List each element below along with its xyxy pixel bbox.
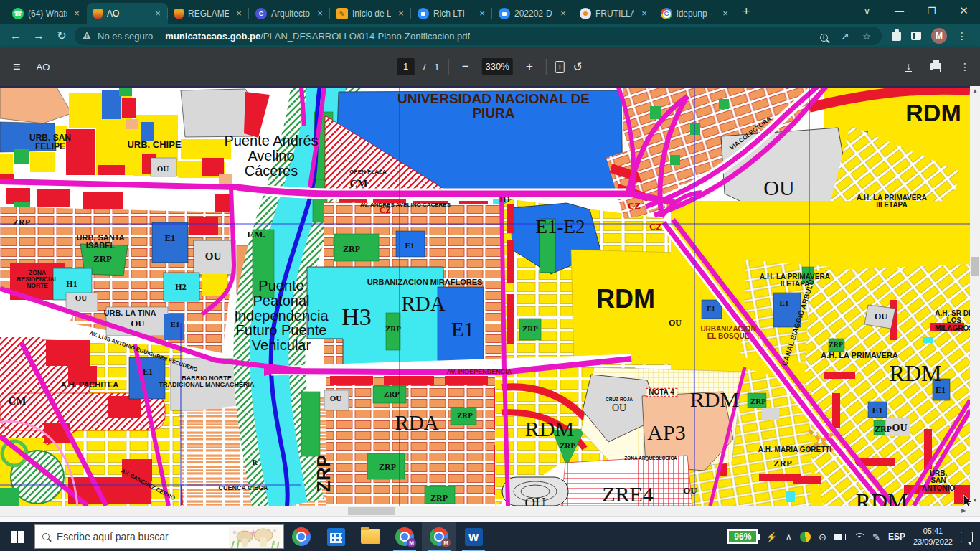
tab-close-icon[interactable]: ×	[639, 8, 650, 19]
taskbar-search-input[interactable]: Escribe aquí para buscar	[34, 524, 284, 549]
search-highlight-art	[229, 527, 281, 548]
zoom-out-button[interactable]: −	[458, 60, 473, 74]
taskbar-file-explorer[interactable]	[353, 522, 387, 551]
map-label: E1-E2	[536, 217, 585, 237]
page-number-input[interactable]: 1	[397, 58, 415, 75]
map-label: Puente Peatonal Independencia Futuro Pue…	[234, 278, 328, 353]
tray-expand-chevron-icon[interactable]: ∧	[786, 532, 793, 542]
map-label: E1	[872, 405, 882, 415]
print-icon[interactable]	[930, 63, 941, 70]
map-label: AP3	[647, 421, 685, 443]
map-label: ZRP	[773, 458, 792, 468]
tab-whatsapp[interactable]: ☎ (64) Whats ×	[6, 3, 87, 24]
share-icon[interactable]: ↗	[837, 31, 853, 42]
vertical-scrollbar-thumb[interactable]	[971, 257, 979, 276]
scroll-right-arrow-icon[interactable]: ▶	[958, 506, 969, 516]
capture-icon[interactable]: ⊙	[819, 532, 826, 542]
tab-search-icon[interactable]: ∨	[851, 6, 883, 17]
profile-avatar[interactable]: M	[931, 28, 947, 44]
tab-arquitecto[interactable]: C Arquitecto ×	[249, 3, 330, 24]
zoom-icon[interactable]: +	[816, 31, 831, 42]
taskbar-chrome-2[interactable]: M	[387, 522, 422, 551]
tab-close-icon[interactable]: ×	[152, 8, 164, 19]
vertical-scrollbar[interactable]: ▲ ▼	[970, 86, 980, 506]
map-label: ZRP	[13, 218, 30, 227]
map-label: CZ	[649, 222, 662, 232]
bookmark-star-icon[interactable]: ☆	[859, 31, 875, 42]
maximize-button[interactable]: ❐	[915, 6, 948, 17]
map-label: H1	[499, 195, 510, 204]
horizontal-scrollbar[interactable]: ▶	[0, 506, 980, 516]
map-label: OU	[75, 294, 88, 302]
pdf-more-icon[interactable]: ⋮	[960, 61, 970, 72]
tab-inicio[interactable]: ✎ Inicio de L ×	[330, 3, 411, 24]
side-panel-icon[interactable]	[911, 32, 921, 40]
clock[interactable]: 05:4123/09/2022	[913, 526, 953, 547]
minimize-button[interactable]: —	[883, 6, 915, 17]
download-icon[interactable]: ↓	[905, 61, 912, 72]
battery-percent-badge[interactable]: 96%	[727, 529, 758, 544]
battery-icon[interactable]	[834, 534, 846, 540]
antivirus-icon[interactable]	[800, 532, 811, 542]
reload-button[interactable]: ↻	[52, 26, 72, 46]
tab-close-icon[interactable]: ×	[233, 8, 245, 19]
new-tab-button[interactable]: +	[743, 4, 750, 19]
start-button[interactable]	[0, 522, 34, 551]
pdf-title: AO	[37, 62, 50, 72]
taskbar-word[interactable]: W	[456, 522, 491, 551]
close-button[interactable]: ✕	[948, 4, 980, 17]
plant-icon	[580, 8, 591, 19]
tab-close-icon[interactable]: ×	[71, 8, 83, 19]
tab-label: FRUTILLAR	[595, 9, 634, 19]
map-label: E1	[451, 319, 474, 340]
map-label: ZRP	[314, 455, 334, 492]
wifi-icon[interactable]	[854, 533, 864, 541]
notification-center-icon[interactable]	[961, 532, 973, 542]
map-label: E1	[405, 242, 415, 250]
chrome-icon: M	[430, 527, 448, 546]
horizontal-scrollbar-thumb[interactable]	[348, 507, 395, 515]
crest-icon	[174, 9, 184, 19]
scroll-up-arrow-icon[interactable]: ▲	[970, 86, 980, 96]
tab-close-icon[interactable]: ×	[476, 8, 488, 19]
taskbar-calendar[interactable]	[319, 522, 353, 551]
forward-button[interactable]: →	[29, 26, 49, 46]
language-indicator[interactable]: ESP	[888, 532, 905, 542]
map-label: RDM	[856, 490, 908, 506]
tab-202202[interactable]: 202202-D ×	[492, 3, 573, 24]
rotate-icon[interactable]: ↺	[572, 59, 584, 74]
map-label: AV. ANDRES AVELINO CACERES	[360, 202, 451, 208]
url-domain: municatacaos.gob.pe	[165, 31, 260, 42]
taskbar-chrome-active[interactable]: M	[422, 522, 456, 551]
tab-close-icon[interactable]: ×	[395, 8, 407, 19]
pdf-map-viewport[interactable]: UNIVERSIDAD NACIONAL DE PIURAPuente Andr…	[0, 86, 980, 506]
power-plug-icon[interactable]: ⚡	[765, 532, 777, 542]
search-icon	[42, 533, 50, 540]
zoom-in-button[interactable]: +	[522, 60, 537, 74]
whatsapp-icon: ☎	[12, 8, 24, 19]
back-button[interactable]: ←	[6, 26, 26, 46]
pdf-menu-icon[interactable]: ≡	[13, 60, 21, 75]
tab-close-icon[interactable]: ×	[720, 8, 731, 19]
map-label: A.H. SR DE LOS MILAGROS	[935, 310, 970, 332]
tab-frutillar[interactable]: FRUTILLAR ×	[573, 3, 654, 24]
fit-page-icon[interactable]: ↕	[555, 61, 565, 73]
not-secure-icon[interactable]	[82, 32, 92, 40]
map-label: Puente Andrés Avelino Cáceres	[224, 133, 318, 178]
taskbar-chrome-1[interactable]	[284, 522, 319, 551]
map-label: OU	[205, 251, 222, 263]
extensions-icon[interactable]	[892, 32, 901, 41]
zoom-level[interactable]: 330%	[482, 58, 513, 75]
tab-reglamento[interactable]: REGLAMEN ×	[168, 3, 249, 24]
map-label: OU	[683, 486, 697, 496]
tab-rich-lti[interactable]: Rich LTI ×	[411, 3, 492, 24]
browser-menu-icon[interactable]: ⋮	[957, 30, 967, 42]
address-bar[interactable]: No es seguro municatacaos.gob.pe/PLAN_DE…	[75, 27, 882, 45]
pen-icon[interactable]: ✎	[872, 532, 880, 542]
tab-idepunp[interactable]: idepunp - ×	[654, 3, 735, 24]
tab-close-icon[interactable]: ×	[557, 8, 569, 19]
tab-close-icon[interactable]: ×	[314, 8, 326, 19]
map-label: URBANIZACION EL BOSQUE	[700, 326, 755, 341]
tab-label: 202202-D	[514, 9, 553, 19]
tab-ao-active[interactable]: AO ×	[87, 3, 168, 24]
